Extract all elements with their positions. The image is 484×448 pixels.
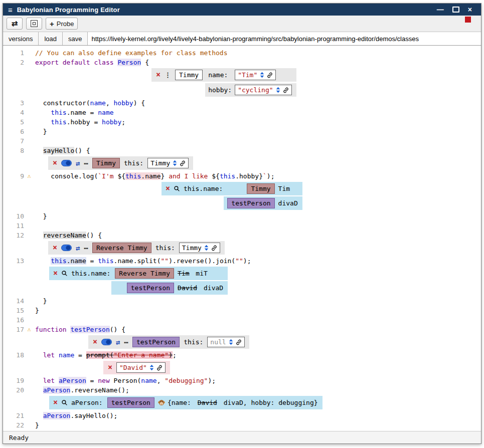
example-chip[interactable]: Timmy — [247, 183, 274, 194]
example-field-value-box[interactable]: "cycling" — [235, 85, 291, 95]
gutter: 7 — [3, 136, 34, 146]
example-chip[interactable]: testPerson — [127, 283, 174, 293]
code-token: "" — [160, 257, 169, 265]
code-line[interactable]: this.hobby = hobby; — [34, 117, 125, 127]
activate-toggle[interactable] — [61, 160, 72, 166]
probe-value-cell: Tim miT — [178, 267, 228, 280]
code-line[interactable]: this.name = this.name.split("").reverse(… — [34, 256, 251, 266]
this-value-box[interactable]: Timmy — [147, 158, 189, 168]
code-line[interactable]: let name = prompt("Enter a name"); — [34, 350, 177, 360]
code-editor[interactable]: 1// You can also define examples for cla… — [3, 46, 481, 431]
swap-button[interactable]: ⇄ — [7, 18, 23, 30]
code-line-row: 20 aPerson.reverseName(); — [3, 385, 481, 395]
code-token: testPerson — [70, 326, 109, 333]
example-chip[interactable]: testPerson — [107, 397, 154, 408]
code-line[interactable]: } — [34, 211, 47, 221]
widget-anchor: ×⋮Timmyname:"Tim"hobby:"cycling" — [150, 68, 296, 97]
code-line[interactable]: let aPerson = new Person(name, "debuggin… — [34, 376, 216, 385]
save-button[interactable]: save — [63, 32, 88, 45]
spinner-icon[interactable] — [276, 87, 280, 93]
example-chip[interactable]: testPerson — [132, 337, 180, 347]
code-token: } — [35, 297, 47, 305]
load-button[interactable]: load — [39, 32, 63, 45]
add-probe-button[interactable]: + Probe — [46, 18, 78, 30]
close-icon[interactable]: × — [53, 244, 57, 252]
more-options-icon[interactable]: ⋯ — [84, 244, 88, 252]
code-line[interactable]: } — [34, 296, 47, 306]
code-line[interactable]: function testPerson() { — [34, 325, 125, 334]
more-options-icon[interactable]: ⋯ — [84, 159, 88, 167]
link-icon[interactable] — [156, 365, 163, 371]
code-line[interactable]: } — [34, 420, 39, 430]
code-token: = — [86, 257, 98, 265]
close-icon[interactable]: × — [156, 71, 160, 79]
example-field-value-box[interactable]: "Tim" — [235, 70, 276, 80]
code-line[interactable]: export default class Person { — [34, 58, 149, 67]
code-line[interactable]: this.name = name — [34, 108, 114, 117]
code-line[interactable]: sayHello() { — [34, 146, 90, 155]
close-icon[interactable]: × — [166, 185, 170, 192]
swap-icon[interactable]: ⇄ — [116, 338, 120, 346]
line-number: 4 — [4, 108, 24, 117]
code-line[interactable]: // You can also define examples for clas… — [34, 48, 228, 58]
activate-toggle[interactable] — [61, 245, 72, 251]
activate-toggle[interactable] — [101, 339, 112, 345]
code-line[interactable]: aPerson.reverseName(); — [34, 385, 129, 395]
code-token: ; — [173, 351, 177, 359]
warning-icon: ⚠ — [24, 325, 34, 334]
example-chip[interactable]: testPerson — [227, 198, 274, 208]
link-icon[interactable] — [211, 245, 217, 251]
this-value-box[interactable]: Timmy — [179, 243, 220, 253]
more-options-icon[interactable]: ⋯ — [124, 338, 128, 346]
unsaved-indicator — [465, 17, 471, 23]
versions-button[interactable]: versions — [3, 32, 39, 45]
code-line[interactable]: reverseName() { — [34, 231, 102, 240]
code-line-row: 15} — [3, 306, 481, 315]
example-chip[interactable]: Timmy — [92, 158, 120, 168]
code-line[interactable]: aPerson.sayHello(); — [34, 411, 117, 420]
code-line[interactable]: constructor(name, hobby) { — [34, 98, 145, 108]
maximize-icon[interactable] — [452, 7, 459, 13]
spinner-icon[interactable] — [260, 72, 264, 78]
instance-row: ×⇄⋯Reverse Timmythis:Timmy — [3, 241, 481, 255]
example-name-box[interactable]: Timmy — [175, 70, 203, 80]
link-icon[interactable] — [267, 72, 273, 78]
code-token: sayHello — [43, 147, 75, 154]
swap-icon[interactable]: ⇄ — [76, 244, 80, 252]
probe-value-cell: David divaD — [178, 281, 228, 295]
replacement-value-box[interactable]: "David" — [116, 362, 166, 373]
this-value-box[interactable]: null — [207, 337, 244, 347]
spinner-icon[interactable] — [173, 160, 177, 166]
close-window-icon[interactable]: × — [468, 6, 472, 13]
example-chip[interactable]: Reverse Timmy — [115, 268, 174, 279]
close-icon[interactable]: × — [53, 399, 58, 406]
example-chip[interactable]: Reverse Timmy — [92, 243, 151, 253]
code-line[interactable]: } — [34, 306, 39, 315]
code-line[interactable]: console.log(`I'm ${this.name} and I like… — [34, 171, 274, 181]
frame-select-button[interactable] — [26, 18, 42, 30]
spinner-icon[interactable] — [229, 339, 233, 345]
line-number: 9 — [4, 171, 24, 181]
close-icon[interactable]: × — [53, 159, 57, 167]
gutter: 12 — [3, 231, 34, 240]
close-icon[interactable]: × — [108, 364, 112, 371]
link-icon[interactable] — [236, 339, 242, 345]
spinner-icon[interactable] — [204, 245, 209, 251]
code-token: { — [141, 59, 149, 66]
probe-value: divaD — [200, 284, 223, 292]
code-token — [35, 412, 43, 419]
drag-handle-icon[interactable]: ⋮ — [165, 71, 171, 79]
swap-icon[interactable]: ⇄ — [76, 159, 80, 167]
minimize-icon[interactable]: — — [437, 6, 444, 13]
link-icon[interactable] — [180, 160, 186, 166]
menu-icon[interactable]: ≡ — [8, 6, 13, 14]
code-line[interactable]: } — [34, 127, 47, 136]
gutter-marker-slot — [24, 108, 34, 117]
link-icon[interactable] — [283, 87, 289, 93]
close-icon[interactable]: × — [53, 270, 58, 277]
spinner-icon[interactable] — [149, 364, 154, 371]
close-icon[interactable]: × — [93, 338, 97, 346]
spacer — [49, 281, 111, 295]
code-token: ${ — [212, 172, 220, 180]
url-input[interactable] — [88, 32, 481, 45]
